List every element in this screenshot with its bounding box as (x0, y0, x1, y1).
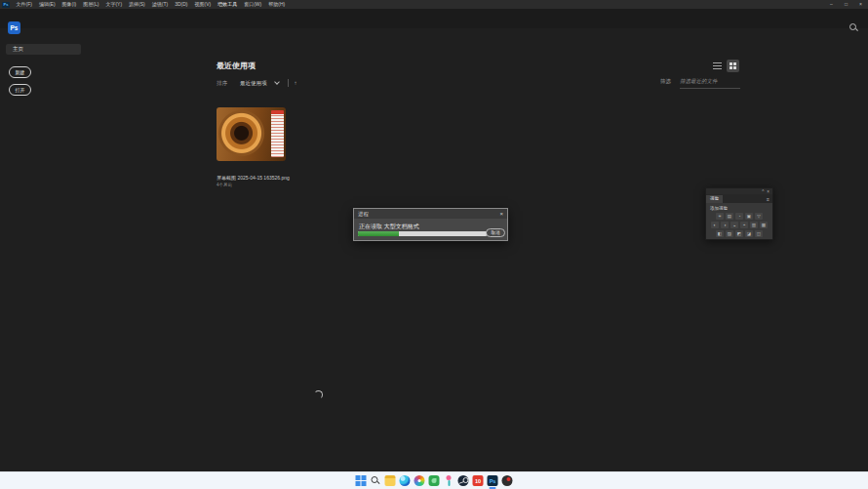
menu-item[interactable]: 帮助(H) (265, 0, 289, 9)
thumbnail-detail (271, 110, 284, 157)
sort-dropdown[interactable]: 最近使用项 (240, 80, 267, 87)
menu-item[interactable]: 3D(D) (172, 0, 191, 9)
photoshop-window: Ps 文件(F)编辑(E)图像(I)图层(L)文字(Y)选择(S)滤镜(T)3D… (0, 0, 868, 489)
progress-fill (358, 231, 399, 236)
filter-input[interactable]: 筛选最近的文件 (680, 78, 740, 89)
curves-icon[interactable]: ◔ (735, 213, 743, 220)
filter-row: 筛选 筛选最近的文件 (660, 78, 740, 89)
adjustment-row: ◐◑◒◓▥▦ (706, 222, 772, 228)
chevron-down-icon[interactable] (274, 79, 280, 85)
collapse-icon[interactable]: ^ (762, 189, 764, 194)
panel-menu-icon[interactable]: ≡ (767, 196, 769, 202)
invert-icon[interactable]: ◧ (716, 230, 724, 237)
posterize-icon[interactable]: ▨ (726, 230, 733, 237)
selective-color-icon[interactable]: ◫ (755, 230, 763, 237)
menu-item[interactable]: 增效工具 (215, 0, 241, 9)
file-explorer-icon[interactable] (385, 475, 396, 486)
page-title: 最近使用项 (217, 61, 256, 71)
menu-item[interactable]: 滤镜(T) (148, 0, 171, 9)
app-mini-icon: Ps (2, 2, 10, 8)
dialog-title: 进程 (358, 211, 369, 218)
windows-taskbar: 10Ps ^ 中 10:10 2025/8/26 (0, 471, 868, 489)
loading-spinner-icon (314, 390, 323, 399)
sort-label: 排序 (217, 80, 227, 87)
photoshop-logo: Ps (8, 21, 20, 34)
exposure-icon[interactable]: ▣ (745, 213, 753, 220)
channel-mixer-icon[interactable]: ▥ (750, 222, 758, 228)
hue-saturation-icon[interactable]: ◐ (711, 222, 719, 228)
threshold-icon[interactable]: ◩ (735, 230, 743, 237)
close-icon[interactable]: × (499, 210, 503, 218)
cancel-button[interactable]: 取消 (486, 228, 505, 237)
new-button[interactable]: 新建 (9, 66, 31, 78)
window-controls: –□× (824, 0, 868, 9)
open-button[interactable]: 打开 (9, 84, 31, 96)
filter-label: 筛选 (660, 78, 671, 85)
recent-file-card[interactable]: 屏幕截图 2025-04-15 163526.png 4个月前 (217, 107, 286, 187)
file-age: 4个月前 (217, 183, 286, 187)
menu-item[interactable]: 编辑(E) (35, 0, 59, 9)
menu-item[interactable]: 选择(S) (126, 0, 149, 9)
gradient-map-icon[interactable]: ◪ (745, 230, 753, 237)
progress-dialog: 进程 × 正在读取 大型文档格式 取消 (353, 208, 508, 241)
menu-item[interactable]: 视图(V) (191, 0, 215, 9)
file-thumbnail[interactable] (217, 107, 286, 161)
sidebar-item-home[interactable]: 主页 (6, 44, 81, 55)
search-icon[interactable] (849, 23, 858, 32)
minimize-button[interactable]: – (824, 0, 839, 9)
file-name: 屏幕截图 2025-04-15 163526.png (217, 175, 286, 181)
vibrance-icon[interactable]: ▽ (755, 213, 763, 220)
steam-icon[interactable] (458, 475, 469, 486)
brightness-contrast-icon[interactable]: ☀ (716, 213, 724, 220)
color-lookup-icon[interactable]: ▦ (760, 222, 768, 228)
panel-tabs: 调整 ≡ (706, 194, 772, 203)
close-icon[interactable]: × (767, 189, 769, 194)
restore-button[interactable]: □ (839, 0, 853, 9)
menu-item[interactable]: 文字(Y) (102, 0, 126, 9)
green-app-icon[interactable] (429, 475, 440, 486)
pin-app-icon[interactable] (444, 475, 454, 486)
photoshop-icon[interactable]: Ps (488, 475, 498, 486)
progress-bar (358, 231, 487, 236)
start-icon[interactable] (356, 475, 367, 486)
panel-section-label: 添加调整 (710, 206, 772, 211)
adjustments-panel: ^ × 调整 ≡ 添加调整 ☀▤◔▣▽ ◐◑◒◓▥▦ ◧▨◩◪◫ (705, 187, 773, 240)
menu-item[interactable]: 窗口(W) (241, 0, 265, 9)
grid-view-icon[interactable] (727, 60, 739, 72)
search-icon[interactable] (371, 475, 381, 486)
menu-item[interactable]: 图层(L) (80, 0, 102, 9)
sort-row: 排序 最近使用项 ↑ (217, 78, 297, 88)
dark-app-icon[interactable] (502, 475, 513, 486)
dialog-titlebar[interactable]: 进程 × (354, 209, 507, 219)
levels-icon[interactable]: ▤ (726, 213, 733, 220)
tab-adjustments[interactable]: 调整 (706, 195, 723, 203)
photo-filter-icon[interactable]: ◓ (740, 222, 748, 228)
taskbar-icons: 10Ps (356, 475, 513, 486)
black-white-icon[interactable]: ◒ (730, 222, 738, 228)
list-view-icon[interactable] (713, 62, 722, 69)
menu-items: 文件(F)编辑(E)图像(I)图层(L)文字(Y)选择(S)滤镜(T)3D(D)… (13, 0, 289, 9)
photos-icon[interactable] (414, 475, 425, 486)
sort-direction-icon[interactable]: ↑ (295, 80, 297, 86)
app-10-icon[interactable]: 10 (473, 475, 484, 486)
adjustment-row: ☀▤◔▣▽ (706, 213, 772, 220)
close-button[interactable]: × (853, 0, 868, 9)
menu-item[interactable]: 图像(I) (59, 0, 80, 9)
app-header-bar: Ps (0, 9, 868, 28)
adjustment-row: ◧▨◩◪◫ (706, 230, 772, 237)
dialog-message: 正在读取 大型文档格式 (359, 223, 507, 231)
view-toggles (713, 60, 739, 72)
menu-bar: Ps 文件(F)编辑(E)图像(I)图层(L)文字(Y)选择(S)滤镜(T)3D… (0, 0, 868, 9)
edge-icon[interactable] (400, 475, 411, 486)
divider (288, 79, 289, 87)
menu-item[interactable]: 文件(F) (13, 0, 35, 9)
color-balance-icon[interactable]: ◑ (721, 222, 729, 228)
